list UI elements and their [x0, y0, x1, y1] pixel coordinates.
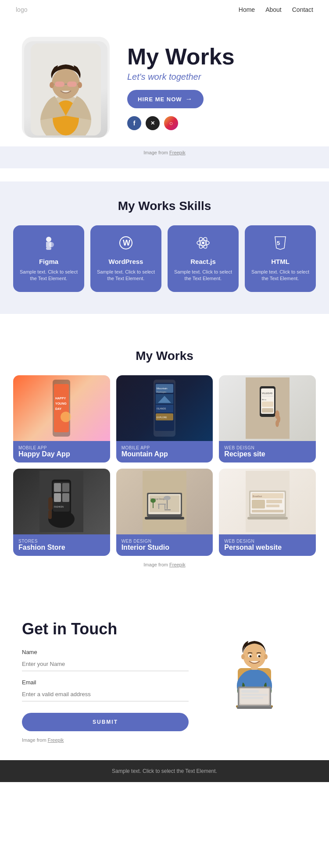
html-icon: 5	[251, 235, 310, 254]
svg-rect-102	[237, 707, 272, 709]
skill-card-wordpress: W WordPress Sample text. Click to select…	[90, 225, 161, 292]
svg-rect-45	[262, 396, 273, 396]
svg-rect-12	[46, 237, 51, 242]
svg-rect-62	[48, 510, 52, 519]
html-name: HTML	[251, 258, 310, 265]
work-img-recipes: VILLEGAS Menu	[219, 375, 316, 441]
svg-text:Menu: Menu	[262, 398, 266, 401]
work-category-recipes: WEB DEISGN	[224, 445, 311, 450]
svg-text:DAY: DAY	[55, 407, 61, 410]
freepik-link-contact[interactable]: Freepik	[48, 737, 64, 743]
svg-rect-72	[158, 505, 159, 509]
work-name-interior: Interior Studio	[122, 544, 208, 551]
svg-rect-73	[164, 505, 165, 509]
svg-rect-86	[247, 517, 288, 519]
work-category-personal: WEB DESIGN	[224, 539, 311, 544]
svg-point-51	[275, 420, 279, 427]
work-name-personal: Personal website	[224, 544, 311, 551]
hire-btn-arrow: →	[186, 95, 193, 103]
submit-button[interactable]: SUBMIT	[22, 713, 189, 731]
svg-text:5: 5	[277, 240, 280, 246]
svg-rect-82	[252, 500, 265, 509]
footer-text: Sample text. Click to select the Text El…	[112, 768, 217, 774]
instagram-icon[interactable]: ○	[164, 116, 178, 130]
hero-section: My Works Let's work together HIRE ME NOW…	[0, 19, 329, 168]
svg-rect-48	[262, 408, 273, 413]
hire-me-button[interactable]: HIRE ME NOW →	[127, 90, 204, 108]
work-card-personal[interactable]: Breakfast WEB DESIGN Personal website	[219, 469, 316, 556]
svg-point-69	[164, 496, 171, 500]
works-caption: Image from Freepik	[13, 562, 316, 580]
contact-form-area: Get in Touch Name Email SUBMIT Image fro…	[22, 620, 189, 743]
navbar: logo Home About Contact	[0, 0, 329, 19]
nav-about[interactable]: About	[265, 6, 282, 13]
svg-text:HAPPY: HAPPY	[55, 397, 66, 400]
nav-home[interactable]: Home	[239, 6, 255, 13]
work-card-recipes[interactable]: VILLEGAS Menu WEB DEISGN Recipes site	[219, 375, 316, 462]
svg-point-15	[49, 242, 54, 247]
hero-subtitle: Let's work together	[127, 72, 307, 82]
wordpress-name: WordPress	[97, 258, 155, 265]
work-name-recipes: Recipes site	[224, 450, 311, 458]
svg-rect-6	[67, 82, 77, 87]
work-img-interior: Mockup Design	[116, 469, 213, 534]
figma-name: Figma	[19, 258, 78, 265]
svg-rect-85	[252, 510, 283, 512]
social-icons-row: f ✕ ○	[127, 116, 307, 130]
svg-rect-59	[62, 493, 69, 502]
svg-rect-56	[54, 483, 61, 492]
wordpress-icon: W	[97, 235, 155, 254]
work-card-interior[interactable]: Mockup Design WEB DESIGN	[116, 469, 213, 556]
nav-contact[interactable]: Contact	[292, 6, 313, 13]
freepik-link-hero[interactable]: Freepik	[169, 150, 186, 155]
svg-point-109	[241, 654, 245, 659]
skills-title: My Works Skills	[13, 199, 316, 213]
work-category-interior: WEB DESIGN	[122, 539, 208, 544]
svg-point-108	[258, 655, 261, 657]
work-category-fashion: STORES	[18, 539, 105, 544]
skills-grid: Figma Sample text. Click to select the T…	[13, 225, 316, 292]
work-img-fashion: FASHION	[13, 469, 110, 534]
facebook-icon[interactable]: f	[127, 116, 141, 130]
svg-rect-61	[48, 497, 53, 510]
email-form-group: Email	[22, 679, 189, 701]
work-card-happy-day[interactable]: HAPPY YOUNG DAY MOBILE APP Happy Day App	[13, 375, 110, 462]
svg-rect-58	[54, 493, 61, 502]
hero-text-content: My Works Let's work together HIRE ME NOW…	[127, 44, 307, 130]
hero-image-wrapper	[22, 37, 110, 138]
email-input[interactable]	[22, 687, 189, 701]
x-icon[interactable]: ✕	[146, 116, 160, 130]
work-img-mountain: Mountain Packages ISLANDS EXPLORE	[116, 375, 213, 441]
react-name: React.js	[174, 258, 232, 265]
work-overlay-recipes: WEB DEISGN Recipes site	[219, 441, 316, 462]
skill-card-react: React.js Sample text. Click to select th…	[168, 225, 239, 292]
svg-rect-47	[262, 402, 273, 407]
svg-point-11	[78, 82, 82, 88]
svg-point-107	[250, 655, 252, 657]
svg-rect-83	[266, 500, 282, 503]
hire-btn-label: HIRE ME NOW	[138, 96, 182, 103]
work-card-mountain[interactable]: Mountain Packages ISLANDS EXPLORE MOBILE…	[116, 375, 213, 462]
html-desc: Sample text. Click to select the Text El…	[251, 269, 310, 282]
hero-title: My Works	[127, 44, 307, 69]
svg-text:ISLANDS: ISLANDS	[157, 407, 166, 410]
freepik-link-works[interactable]: Freepik	[169, 562, 186, 567]
spacer-1	[0, 168, 329, 181]
email-label: Email	[22, 679, 189, 686]
works-title: My Works	[13, 349, 316, 363]
spacer-2	[0, 314, 329, 327]
name-input[interactable]	[22, 657, 189, 671]
svg-point-104	[243, 644, 266, 668]
hero-content-area: My Works Let's work together HIRE ME NOW…	[0, 19, 329, 146]
work-name-mountain: Mountain App	[122, 450, 208, 458]
work-name-fashion: Fashion Store	[18, 544, 105, 551]
svg-text:W: W	[123, 238, 130, 247]
wordpress-desc: Sample text. Click to select the Text El…	[97, 269, 155, 282]
svg-rect-101	[241, 697, 263, 699]
skills-section: My Works Skills Figma Sample text. Click…	[0, 181, 329, 314]
contact-caption: Image from Freepik	[22, 737, 189, 743]
work-card-fashion[interactable]: FASHION STORES Fashion Store	[13, 469, 110, 556]
svg-rect-14	[46, 247, 51, 250]
work-category-mountain: MOBILE APP	[122, 445, 208, 450]
svg-text:Packages: Packages	[157, 391, 166, 393]
